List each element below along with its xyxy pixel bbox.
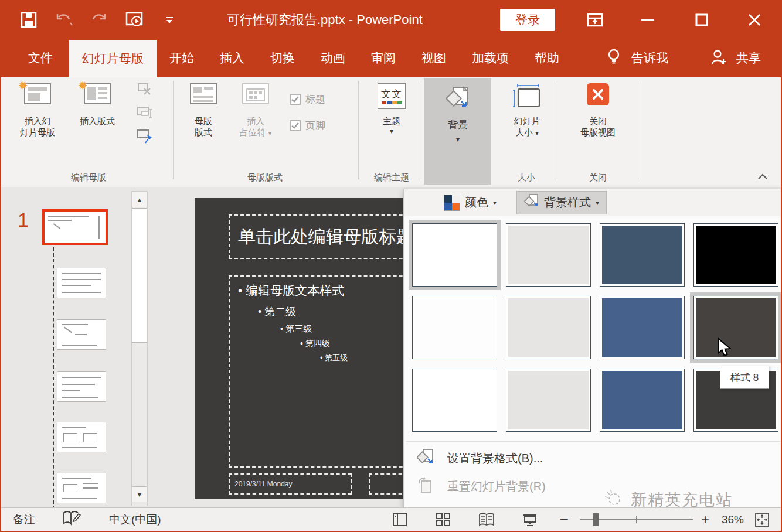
- minimize-button[interactable]: [634, 1, 661, 39]
- maximize-button[interactable]: [688, 1, 715, 39]
- style-swatch-1[interactable]: [409, 220, 501, 290]
- insert-slide-master-button[interactable]: ✹ 插入幻 灯片母版: [11, 77, 64, 138]
- tab-review[interactable]: 审阅: [358, 39, 409, 77]
- tab-insert[interactable]: 插入: [207, 39, 257, 77]
- format-background-menu-item[interactable]: 设置背景格式(B)...: [404, 445, 781, 472]
- zoom-out-button[interactable]: −: [560, 510, 569, 528]
- style-swatch-10[interactable]: [502, 365, 594, 435]
- master-slide-thumbnail[interactable]: [42, 209, 108, 245]
- language-button[interactable]: 中文(中国): [109, 512, 161, 527]
- lightbulb-icon: [607, 48, 621, 69]
- layout-thumbnail[interactable]: [57, 422, 106, 452]
- reset-background-icon: [417, 476, 434, 497]
- group-label-close: 关闭: [562, 172, 634, 183]
- zoom-in-button[interactable]: +: [701, 511, 709, 528]
- scroll-down-icon[interactable]: ▼: [132, 486, 147, 502]
- layout-thumbnail[interactable]: [57, 268, 106, 298]
- insert-placeholder-button[interactable]: 插入 占位符 ▾: [231, 77, 280, 138]
- notes-button[interactable]: 备注: [13, 512, 35, 527]
- insert-layout-button[interactable]: ✹ 插入版式: [69, 77, 125, 127]
- tab-file[interactable]: 文件: [12, 39, 69, 77]
- scroll-up-icon[interactable]: ▲: [132, 192, 147, 207]
- close-master-x-icon: [587, 83, 609, 105]
- style-swatch-8[interactable]: [690, 292, 782, 363]
- style-swatch-5[interactable]: [409, 292, 501, 363]
- tab-view[interactable]: 视图: [409, 39, 459, 77]
- title-checkbox[interactable]: 标题: [290, 93, 325, 106]
- close-button[interactable]: [741, 1, 768, 39]
- group-edit-theme: 文文 主题 ▾ 编辑主题: [362, 77, 421, 187]
- colors-button[interactable]: 颜色 ▾: [437, 191, 504, 214]
- ribbon-display-options-icon[interactable]: [582, 1, 608, 39]
- undo-icon[interactable]: [54, 10, 74, 30]
- style-swatch-2[interactable]: [502, 220, 594, 290]
- date-placeholder[interactable]: 2019/3/11 Monday: [229, 473, 352, 495]
- group-edit-master: ✹ 插入幻 灯片母版 ✹ 插入版式: [6, 77, 171, 187]
- ribbon-tab-row: 文件 幻灯片母版 开始 插入 切换 动画 审阅 视图 加载项 帮助 告诉我 共享: [1, 39, 781, 77]
- preserve-master-icon[interactable]: [136, 129, 154, 144]
- share-button[interactable]: 共享: [732, 50, 766, 66]
- style-swatch-4[interactable]: [690, 220, 782, 290]
- new-starburst-icon: ✹: [18, 79, 28, 93]
- close-master-view-button[interactable]: 关闭 母版视图: [566, 77, 630, 138]
- tab-slide-master[interactable]: 幻灯片母版: [69, 40, 157, 77]
- layout-thumbnail[interactable]: [57, 473, 106, 503]
- bullet-icon: •: [320, 353, 325, 362]
- master-layout-icon: [190, 83, 217, 104]
- slide-sorter-view-icon[interactable]: [430, 511, 457, 528]
- fit-to-window-icon[interactable]: [752, 511, 773, 528]
- tab-animations[interactable]: 动画: [308, 39, 358, 77]
- slide-size-button[interactable]: 幻灯片 大小 ▾: [502, 77, 552, 138]
- status-bar: 备注 中文(中国) − + 36%: [1, 507, 781, 531]
- slide-master-icon: ✹: [24, 83, 51, 104]
- themes-button[interactable]: 文文 主题 ▾: [368, 77, 415, 136]
- dropdown-arrow-icon: ▾: [535, 129, 539, 137]
- layout-connector-line: [53, 247, 54, 510]
- zoom-slider-thumb[interactable]: [593, 513, 599, 526]
- style-swatch-3[interactable]: [596, 220, 688, 290]
- style-swatch-11[interactable]: [596, 365, 688, 435]
- tab-addins[interactable]: 加载项: [459, 39, 522, 77]
- bullet-icon: •: [300, 339, 305, 348]
- tab-home[interactable]: 开始: [157, 39, 207, 77]
- background-styles-button[interactable]: 背景样式 ▾: [516, 191, 607, 214]
- tab-help[interactable]: 帮助: [522, 39, 572, 77]
- style-swatch-6[interactable]: [502, 292, 594, 363]
- rename-slide-icon[interactable]: [136, 105, 154, 121]
- tell-me-box[interactable]: 告诉我: [625, 50, 674, 66]
- dropdown-toolbar: 颜色 ▾ 背景样式 ▾: [404, 189, 781, 216]
- tab-transitions[interactable]: 切换: [257, 39, 308, 77]
- dropdown-arrow-icon: ▾: [268, 129, 272, 137]
- themes-icon: 文文: [378, 83, 406, 109]
- background-format-icon: [445, 85, 471, 114]
- save-icon[interactable]: [19, 10, 39, 30]
- zoom-slider[interactable]: [580, 519, 693, 520]
- footer-checkbox[interactable]: 页脚: [290, 119, 325, 132]
- start-slideshow-icon[interactable]: [124, 10, 144, 30]
- reading-view-icon[interactable]: [473, 511, 500, 528]
- master-layout-button[interactable]: 母版 版式: [183, 77, 224, 138]
- delete-slide-icon[interactable]: [136, 82, 154, 97]
- slide-size-icon: [512, 83, 542, 112]
- layout-thumbnail[interactable]: [57, 319, 106, 350]
- thumbnail-scrollbar[interactable]: ▲ ▼: [131, 191, 148, 506]
- zoom-slider-tick: [636, 516, 637, 523]
- zoom-percentage[interactable]: 36%: [714, 513, 752, 526]
- menu-separator: [406, 441, 780, 442]
- spellcheck-icon[interactable]: [62, 510, 82, 528]
- layout-thumbnail[interactable]: [57, 371, 106, 402]
- group-label-edit-master: 编辑母版: [6, 172, 171, 183]
- normal-view-icon[interactable]: [386, 511, 413, 528]
- bullet-icon: •: [280, 323, 285, 333]
- customize-qat-icon[interactable]: [159, 10, 179, 30]
- bullet-icon: •: [258, 306, 264, 318]
- collapse-ribbon-icon[interactable]: [757, 172, 768, 182]
- redo-icon[interactable]: [89, 10, 109, 30]
- background-button[interactable]: 背景 ▾: [424, 78, 491, 185]
- style-swatch-9[interactable]: [409, 365, 501, 435]
- style-swatch-7[interactable]: [596, 292, 688, 363]
- scrollbar-thumb[interactable]: [132, 208, 147, 343]
- slideshow-view-icon[interactable]: [516, 511, 543, 528]
- background-styles-icon: [524, 193, 539, 212]
- sign-in-button[interactable]: 登录: [500, 9, 555, 31]
